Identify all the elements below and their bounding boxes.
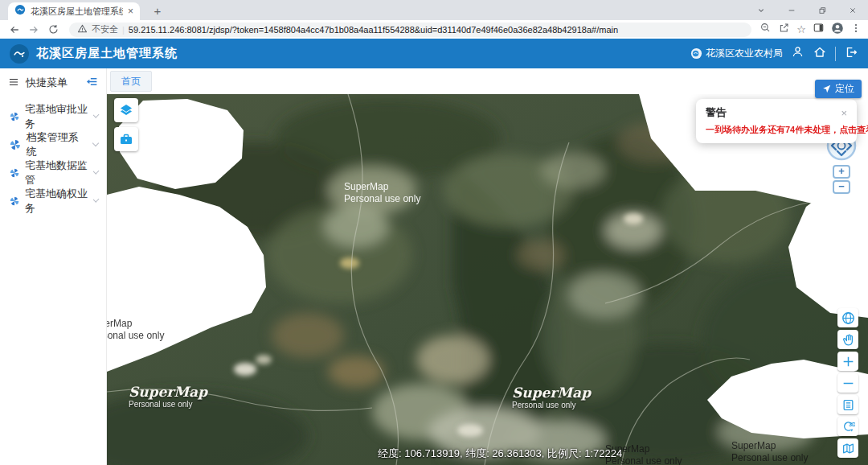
pinwheel-icon <box>10 167 19 179</box>
sidebar-menu: 宅基地审批业务 档案管理系统 宅基地数据监管 宅基地确权业务 <box>0 97 106 215</box>
chevron-down-icon <box>92 168 99 175</box>
sidebar-item-label: 档案管理系统 <box>27 130 88 159</box>
close-window-button[interactable] <box>837 0 868 20</box>
earth-view-button[interactable] <box>837 308 858 327</box>
alert-popup[interactable]: 警告 × 一到场待办业务还有74件未处理，点击查看 <box>696 99 857 143</box>
plus-icon <box>841 355 855 368</box>
new-tab-button[interactable]: + <box>148 4 167 18</box>
map-viewport[interactable]: 警告 × 一到场待办业务还有74件未处理，点击查看 <box>107 94 868 465</box>
sidebar-header: 快捷菜单 <box>0 68 106 97</box>
minimize-button[interactable] <box>776 0 807 20</box>
app-logo-icon <box>10 44 29 64</box>
sidebar-item-homestead-data-supervision[interactable]: 宅基地数据监管 <box>0 158 106 187</box>
page-tab-bar: 首页 <box>107 68 868 94</box>
legend-button[interactable] <box>837 395 858 414</box>
zoom-out-button[interactable]: − <box>833 180 850 194</box>
pinwheel-icon <box>10 111 19 122</box>
svg-text:3D: 3D <box>849 421 855 426</box>
sidebar-item-homestead-confirmation[interactable]: 宅基地确权业务 <box>0 187 106 215</box>
sidebar: 快捷菜单 宅基地审批业务 档案管理系统 宅基地数据监管 <box>0 68 107 465</box>
rotate-3d-icon: 3D <box>841 420 855 434</box>
org-chip[interactable]: 花溪区农业农村局 <box>690 47 783 60</box>
browser-tab-strip: 花溪区房屋土地管理系统 × + <box>0 0 868 20</box>
sidebar-item-homestead-approval[interactable]: 宅基地审批业务 <box>0 102 106 130</box>
browser-tab[interactable]: 花溪区房屋土地管理系统 × <box>8 2 140 20</box>
url-separator: | <box>122 25 125 35</box>
org-badge-icon <box>690 47 702 60</box>
tab-close-icon[interactable]: × <box>128 6 133 17</box>
sidebar-item-label: 宅基地确权业务 <box>25 187 88 216</box>
refresh-icon[interactable] <box>45 22 61 38</box>
window-controls <box>746 0 868 20</box>
pan-hand-button[interactable] <box>837 330 858 349</box>
share-icon[interactable] <box>778 22 790 37</box>
home-icon[interactable] <box>813 45 827 63</box>
chevron-down-icon <box>92 140 99 146</box>
header-right: 花溪区农业农村局 <box>690 45 858 63</box>
sidebar-item-label: 宅基地审批业务 <box>25 102 88 131</box>
zoom-control: + − <box>833 165 850 194</box>
locate-label: 定位 <box>835 82 854 96</box>
menu-fold-icon[interactable] <box>86 76 98 90</box>
main-content: 首页 定位 <box>107 68 868 465</box>
sidebar-item-archive-management[interactable]: 档案管理系统 <box>0 130 106 158</box>
restore-button[interactable] <box>807 0 837 20</box>
locate-button[interactable]: 定位 <box>815 80 862 98</box>
paper-plane-icon <box>822 84 831 93</box>
briefcase-icon <box>118 131 134 147</box>
menu-dots-icon[interactable] <box>850 23 862 37</box>
tab-search-chevron-icon[interactable] <box>746 0 776 20</box>
favicon <box>14 4 26 19</box>
forward-icon[interactable] <box>26 22 42 38</box>
zoom-magnifier-icon[interactable] <box>760 22 772 37</box>
sidebar-item-label: 宅基地数据监管 <box>25 158 88 187</box>
map-status-bar: 经度: 106.713919, 纬度: 26.361303, 比例尺: 1:72… <box>378 446 622 461</box>
header-divider <box>835 47 836 61</box>
logout-icon[interactable] <box>844 45 858 63</box>
sidebar-title: 快捷菜单 <box>26 76 68 90</box>
app-title: 花溪区房屋土地管理系统 <box>36 46 178 61</box>
side-panel-icon[interactable] <box>813 22 825 37</box>
alert-title: 警告 <box>706 105 727 120</box>
chevron-down-icon <box>92 112 99 118</box>
tab-title: 花溪区房屋土地管理系统 <box>31 6 123 18</box>
tab-home[interactable]: 首页 <box>110 71 152 92</box>
toggle-3d-button[interactable]: 3D <box>837 417 858 436</box>
map-tool-column: 3D <box>837 308 858 458</box>
layers-icon <box>118 102 134 118</box>
satellite-imagery <box>107 94 868 465</box>
profile-avatar-icon[interactable] <box>831 22 844 38</box>
earth-icon <box>841 311 855 325</box>
toolbar-right: ☆ <box>760 22 862 38</box>
layers-button[interactable] <box>114 98 138 122</box>
pinwheel-icon <box>10 195 19 207</box>
alert-close-icon[interactable]: × <box>839 107 849 119</box>
org-name: 花溪区农业农村局 <box>706 47 783 60</box>
alert-message[interactable]: 一到场待办业务还有74件未处理，点击查看 <box>706 124 849 136</box>
user-icon[interactable] <box>791 45 805 62</box>
toolbox-button[interactable] <box>114 127 138 151</box>
pinwheel-icon <box>10 139 21 150</box>
minus-icon <box>841 377 855 390</box>
basemap-button[interactable] <box>837 438 858 458</box>
pan-hand-icon <box>841 333 855 347</box>
bookmark-star-icon[interactable]: ☆ <box>796 23 806 35</box>
address-bar[interactable]: 不安全 | 59.215.11.246:8081/zjdsp/?token=14… <box>69 23 751 37</box>
zoom-in-button[interactable]: + <box>833 165 850 179</box>
hamburger-icon[interactable] <box>8 76 19 90</box>
chevron-down-icon <box>92 196 99 203</box>
browser-toolbar: 不安全 | 59.215.11.246:8081/zjdsp/?token=14… <box>0 20 868 39</box>
security-label: 不安全 <box>92 23 118 35</box>
back-icon[interactable] <box>6 22 23 38</box>
app-header: 花溪区房屋土地管理系统 花溪区农业农村局 <box>0 39 868 68</box>
url-text: 59.215.11.246:8081/zjdsp/?token=1458f804… <box>129 25 618 35</box>
not-secure-warning-icon <box>77 23 88 37</box>
map-zoom-out-button[interactable] <box>837 373 858 393</box>
map-zoom-in-button[interactable] <box>837 352 858 371</box>
basemap-icon <box>841 442 855 455</box>
legend-list-icon <box>841 398 855 412</box>
